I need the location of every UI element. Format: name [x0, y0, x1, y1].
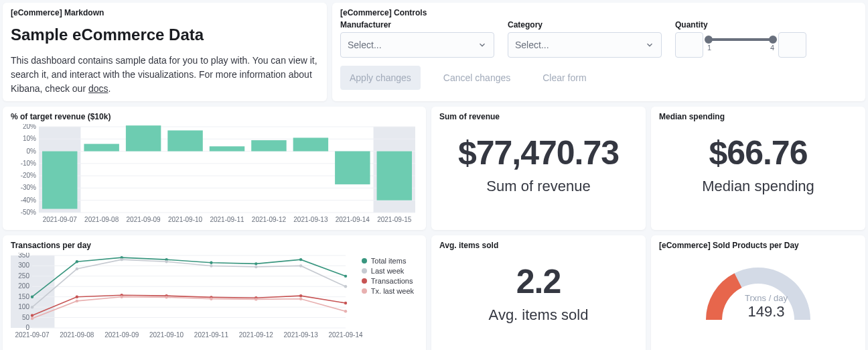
median-spending-value: $66.76 — [659, 133, 857, 172]
panel-title: [eCommerce] Markdown — [11, 8, 319, 17]
panel-title: Sum of revenue — [439, 112, 638, 121]
avg-items-panel: Avg. items sold 2.2 Avg. items sold — [431, 235, 646, 350]
panel-title: [eCommerce] Sold Products per Day — [659, 241, 857, 250]
svg-point-82 — [255, 298, 257, 300]
avg-items-label: Avg. items sold — [439, 306, 638, 324]
panel-title: Median spending — [659, 112, 857, 121]
slider-knob-max[interactable] — [769, 36, 777, 44]
quantity-max-input[interactable] — [778, 32, 806, 58]
quantity-control: Quantity 1 4 — [675, 20, 806, 58]
markdown-body-text: This dashboard contains sample data for … — [11, 55, 317, 94]
svg-point-61 — [31, 306, 33, 308]
avg-items-value: 2.2 — [439, 262, 638, 301]
clear-form-button[interactable]: Clear form — [533, 66, 595, 90]
docs-link[interactable]: docs — [88, 83, 108, 94]
svg-point-62 — [76, 268, 78, 270]
svg-point-64 — [165, 260, 167, 263]
manufacturer-label: Manufacturer — [340, 20, 494, 30]
markdown-panel: [eCommerce] Markdown Sample eCommerce Da… — [3, 3, 327, 101]
svg-text:2021-09-09: 2021-09-09 — [104, 331, 139, 339]
markdown-heading: Sample eCommerce Data — [11, 25, 319, 44]
svg-point-66 — [255, 266, 257, 268]
svg-point-84 — [344, 310, 347, 312]
svg-text:300: 300 — [18, 261, 29, 269]
chevron-down-icon — [645, 40, 654, 50]
svg-text:-50%: -50% — [21, 209, 36, 216]
svg-rect-22 — [210, 146, 244, 151]
cancel-changes-button[interactable]: Cancel changes — [434, 66, 520, 90]
svg-point-70 — [76, 296, 78, 298]
target-revenue-chart[interactable]: 20%10%0%-10%-20%-30%-40%-50%2021-09-0720… — [11, 124, 418, 225]
svg-rect-21 — [167, 130, 202, 151]
svg-rect-19 — [84, 144, 119, 152]
svg-point-81 — [210, 298, 212, 300]
markdown-body: This dashboard contains sample data for … — [11, 54, 319, 96]
svg-rect-24 — [293, 137, 328, 151]
panel-title: [eCommerce] Controls — [340, 8, 857, 17]
category-select[interactable]: Select... — [508, 32, 662, 58]
svg-point-77 — [31, 317, 33, 320]
svg-point-68 — [344, 285, 347, 288]
svg-text:2021-09-11: 2021-09-11 — [210, 216, 244, 223]
svg-text:2021-09-13: 2021-09-13 — [293, 216, 328, 223]
chevron-down-icon — [478, 40, 487, 50]
gauge-sublabel: Trxns / day — [659, 293, 868, 303]
sum-revenue-value: $77,470.73 — [439, 133, 638, 172]
category-control: Category Select... — [508, 20, 662, 58]
slider-knob-min[interactable] — [705, 36, 713, 44]
svg-text:2021-09-14: 2021-09-14 — [336, 216, 370, 223]
quantity-slider[interactable]: 1 4 — [707, 32, 774, 58]
svg-text:10%: 10% — [23, 135, 36, 142]
panel-title: Transactions per day — [11, 241, 418, 250]
svg-text:0: 0 — [25, 324, 29, 331]
markdown-body-suffix: . — [108, 83, 111, 94]
manufacturer-select[interactable]: Select... — [340, 32, 494, 58]
sold-per-day-panel: [eCommerce] Sold Products per Day Trxns … — [651, 235, 865, 350]
svg-text:2021-09-12: 2021-09-12 — [252, 216, 287, 223]
target-revenue-panel: % of target revenue ($10k) 20%10%0%-10%-… — [3, 107, 426, 230]
legend-tx-last-week: Tx. last week — [371, 287, 414, 295]
category-label: Category — [508, 20, 662, 30]
svg-text:2021-09-07: 2021-09-07 — [15, 331, 50, 339]
sum-revenue-panel: Sum of revenue $77,470.73 Sum of revenue — [431, 107, 646, 230]
svg-point-57 — [210, 261, 212, 264]
svg-text:2021-09-15: 2021-09-15 — [377, 216, 412, 223]
svg-point-69 — [31, 314, 33, 316]
svg-point-67 — [299, 264, 302, 267]
transactions-chart[interactable]: 3503002502001501005002021-09-072021-09-0… — [11, 253, 418, 350]
sum-revenue-label: Sum of revenue — [439, 178, 638, 195]
quantity-label: Quantity — [675, 20, 806, 30]
svg-rect-20 — [126, 125, 161, 151]
category-placeholder: Select... — [515, 40, 549, 50]
svg-point-76 — [344, 302, 347, 304]
svg-rect-25 — [335, 152, 370, 184]
legend-last-week: Last week — [371, 267, 405, 275]
svg-text:2021-09-09: 2021-09-09 — [127, 216, 161, 223]
legend-total-items: Total items — [371, 257, 407, 265]
panel-title: % of target revenue ($10k) — [11, 112, 418, 121]
svg-text:-20%: -20% — [21, 172, 36, 179]
svg-text:100: 100 — [18, 303, 29, 310]
legend-dot-icon — [362, 258, 367, 264]
svg-rect-18 — [42, 152, 77, 209]
svg-text:2021-09-14: 2021-09-14 — [328, 331, 363, 339]
svg-rect-36 — [11, 255, 54, 328]
transactions-panel: Transactions per day 3503002502001501005… — [3, 235, 426, 350]
median-spending-label: Median spending — [659, 178, 857, 195]
panel-title: Avg. items sold — [439, 241, 638, 250]
svg-rect-26 — [377, 152, 412, 200]
manufacturer-placeholder: Select... — [348, 40, 382, 50]
quantity-min-input[interactable] — [675, 32, 703, 58]
svg-text:2021-09-11: 2021-09-11 — [194, 331, 229, 339]
svg-text:50: 50 — [22, 314, 30, 321]
svg-point-54 — [76, 260, 78, 263]
svg-point-78 — [76, 300, 78, 302]
svg-text:2021-09-10: 2021-09-10 — [149, 331, 184, 339]
svg-point-65 — [210, 264, 212, 267]
svg-text:-40%: -40% — [21, 196, 36, 204]
legend-dot-icon — [362, 288, 367, 294]
legend-dot-icon — [362, 278, 367, 284]
apply-changes-button[interactable]: Apply changes — [340, 66, 421, 90]
svg-text:2021-09-08: 2021-09-08 — [84, 216, 119, 223]
svg-text:150: 150 — [18, 293, 29, 300]
